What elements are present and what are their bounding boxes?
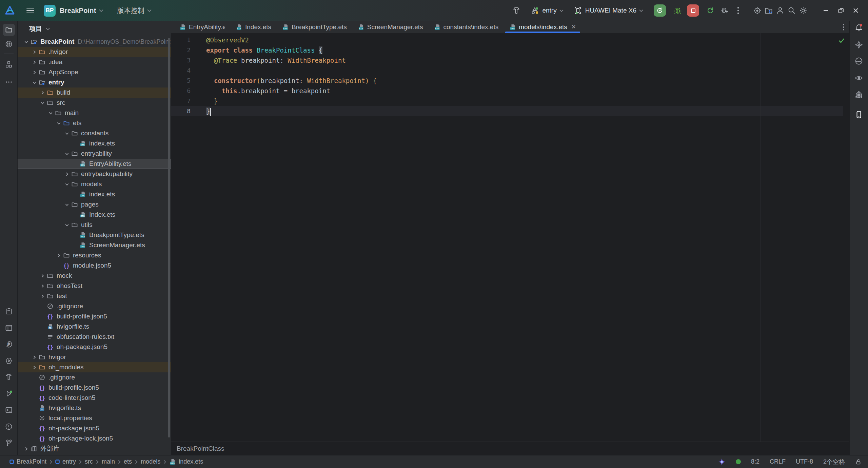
caret-position[interactable]: 8:2 xyxy=(751,458,760,465)
codegenie-icon[interactable] xyxy=(853,39,865,51)
tree-item--idea[interactable]: .idea xyxy=(18,57,171,67)
stop-button[interactable] xyxy=(687,4,699,17)
chevron-right-icon[interactable] xyxy=(31,59,38,65)
breadcrumb-index-ets[interactable]: ETSindex.ets xyxy=(169,458,203,465)
run-icon[interactable] xyxy=(3,388,15,400)
indent-setting[interactable]: 2个空格 xyxy=(823,458,845,466)
chevron-right-icon[interactable] xyxy=(31,70,38,75)
chevron-down-icon[interactable] xyxy=(47,110,54,116)
tree-item-module-json5[interactable]: {} module.json5 xyxy=(18,260,171,271)
tab-entryability-ets[interactable]: ETS EntryAbility.ets xyxy=(174,21,230,33)
line-number[interactable]: 8 xyxy=(171,106,201,116)
tree-item-pages[interactable]: pages xyxy=(18,199,171,210)
chevron-right-icon[interactable] xyxy=(39,90,46,96)
chevron-down-icon[interactable] xyxy=(55,120,62,126)
ai-codegenie-icon[interactable] xyxy=(718,458,726,466)
search-icon[interactable] xyxy=(786,5,797,16)
chevron-right-icon[interactable] xyxy=(31,365,38,370)
problems-icon[interactable] xyxy=(3,421,15,433)
tab-close-icon[interactable]: ✕ xyxy=(571,23,576,31)
tree-item-entryability[interactable]: entryability xyxy=(18,149,171,159)
notifications-icon[interactable] xyxy=(853,22,865,34)
line-number[interactable]: 6 xyxy=(171,86,201,96)
editor-gutter[interactable]: 12345678 xyxy=(171,33,201,442)
tree-item-hvigorfile-ts[interactable]: TS hvigorfile.ts xyxy=(18,403,171,413)
line-number[interactable]: 5 xyxy=(171,76,201,86)
tree-item-index-ets[interactable]: ETS index.ets xyxy=(18,189,171,199)
tree-item-resources[interactable]: resources xyxy=(18,250,171,260)
tab-index-ets[interactable]: ETS Index.ets xyxy=(230,21,277,33)
chevron-right-icon[interactable] xyxy=(63,171,71,177)
tree-item-build-profile-json5[interactable]: {} build-profile.json5 xyxy=(18,383,171,393)
profiler-icon[interactable]: P xyxy=(3,338,15,350)
vcs-menu[interactable]: 版本控制 xyxy=(117,6,144,15)
tree-item-utils[interactable]: utils xyxy=(18,220,171,230)
line-ending[interactable]: CRLF xyxy=(770,458,786,465)
tree-item-外部库[interactable]: 外部库 xyxy=(18,444,171,454)
tree-item-build[interactable]: build xyxy=(18,87,171,98)
settings-gear-icon[interactable] xyxy=(797,5,809,16)
project-switcher[interactable]: BreakPoint xyxy=(60,7,96,15)
terminal-icon[interactable] xyxy=(3,404,15,416)
chevron-down-icon[interactable] xyxy=(39,100,46,106)
breadcrumb-ets[interactable]: ets xyxy=(124,458,132,465)
minimize-button[interactable] xyxy=(818,5,833,16)
chevron-right-icon[interactable] xyxy=(31,354,38,360)
module-selector[interactable]: entry xyxy=(531,6,564,15)
device-phone-icon[interactable] xyxy=(853,109,865,121)
line-number[interactable]: 3 xyxy=(171,55,201,65)
breadcrumb-main[interactable]: main xyxy=(102,458,115,465)
project-icon[interactable] xyxy=(3,24,15,36)
project-panel-header[interactable]: 项目 xyxy=(18,21,171,37)
line-number[interactable]: 2 xyxy=(171,45,201,55)
chevron-down-icon[interactable] xyxy=(63,202,71,208)
breadcrumb-src[interactable]: src xyxy=(85,458,93,465)
log-icon[interactable] xyxy=(3,322,15,334)
tab-screenmanager-ets[interactable]: ETS ScreenManager.ets xyxy=(352,21,429,33)
tree-item-breakpoint[interactable]: BreakPointD:\HarmonyOS_Demo\BreakPoint xyxy=(18,37,171,47)
run-restart-button[interactable] xyxy=(654,4,666,17)
tree-item-constants[interactable]: constants xyxy=(18,128,171,138)
tree-item--hvigor[interactable]: .hvigor xyxy=(18,47,171,57)
tab-options-icon[interactable] xyxy=(843,21,845,33)
chevron-down-icon[interactable] xyxy=(31,80,38,85)
editor-structure-bar[interactable]: BreakPointClass xyxy=(171,442,849,455)
line-number[interactable]: 4 xyxy=(171,65,201,76)
tree-item-local-properties[interactable]: local.properties xyxy=(18,413,171,423)
structure-icon[interactable] xyxy=(3,58,15,71)
chevron-down-icon[interactable] xyxy=(22,39,30,45)
line-number[interactable]: 7 xyxy=(171,96,201,106)
tree-item-build-profile-json5[interactable]: {} build-profile.json5 xyxy=(18,311,171,321)
tree-item-appscope[interactable]: AppScope xyxy=(18,67,171,77)
tree-item-oh-package-json5[interactable]: {} oh-package.json5 xyxy=(18,342,171,352)
code-editor[interactable]: 12345678 @ObservedV2export class BreakPo… xyxy=(171,33,849,442)
chevron-right-icon[interactable] xyxy=(22,446,30,452)
device-selector[interactable]: HUAWEI Mate X6 xyxy=(573,6,644,15)
close-button[interactable] xyxy=(848,5,863,16)
tree-item-ohostest[interactable]: ohosTest xyxy=(18,281,171,291)
rerun-icon[interactable] xyxy=(705,5,716,16)
chevron-right-icon[interactable] xyxy=(39,283,46,289)
tree-item-oh-modules[interactable]: oh_modules xyxy=(18,362,171,372)
breadcrumb-models[interactable]: models xyxy=(141,458,160,465)
inspections-ok-icon[interactable] xyxy=(838,37,845,44)
chevron-down-icon[interactable] xyxy=(63,181,71,187)
inspector-icon[interactable] xyxy=(853,72,865,84)
circle-dots-icon[interactable] xyxy=(3,38,15,50)
tree-item-models[interactable]: models xyxy=(18,179,171,189)
tree-item--gitignore[interactable]: .gitignore xyxy=(18,301,171,311)
chevron-down-icon[interactable] xyxy=(63,131,71,136)
version-control-icon[interactable] xyxy=(3,437,15,449)
project-scrollbar[interactable] xyxy=(168,38,170,437)
account-icon[interactable] xyxy=(774,5,786,16)
tree-item-obfuscation-rules-txt[interactable]: obfuscation-rules.txt xyxy=(18,332,171,342)
tree-item-oh-package-lock-json5[interactable]: {} oh-package-lock.json5 xyxy=(18,433,171,444)
tree-item-hvigor[interactable]: hvigor xyxy=(18,352,171,362)
chevron-down-icon[interactable] xyxy=(63,222,71,228)
preview-run-icon[interactable] xyxy=(3,355,15,367)
more-icon[interactable] xyxy=(3,76,15,88)
tree-item-entryability-ets[interactable]: ETS EntryAbility.ets xyxy=(18,159,171,169)
line-number[interactable]: 1 xyxy=(171,35,201,45)
file-encoding[interactable]: UTF-8 xyxy=(796,458,813,465)
attach-debugger-icon[interactable] xyxy=(719,5,730,16)
